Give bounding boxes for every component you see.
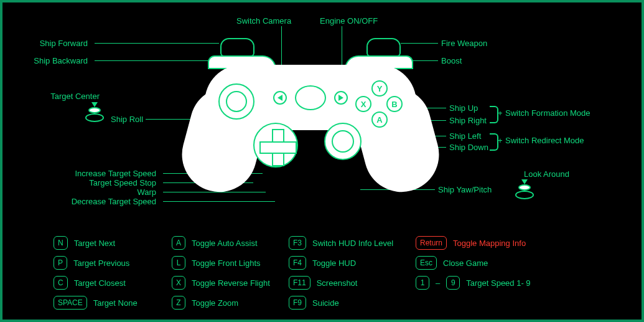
a-button: A bbox=[371, 111, 388, 128]
y-button: Y bbox=[371, 80, 388, 97]
key-l: L bbox=[172, 256, 185, 270]
label-engine-onoff: Engine ON/OFF bbox=[320, 16, 378, 26]
label-target-speed-stop: Target Speed Stop bbox=[89, 178, 156, 187]
key-row-target-next: NTarget Next bbox=[54, 233, 184, 253]
label-switch-camera: Switch Camera bbox=[236, 16, 291, 26]
key-label: Target Closest bbox=[74, 278, 126, 288]
brace-redirect bbox=[490, 133, 498, 151]
key-row-screenshot: F11Screenshot bbox=[289, 273, 419, 293]
dpad bbox=[253, 123, 298, 168]
start-icon bbox=[338, 95, 343, 101]
key-label: Target Next bbox=[74, 239, 115, 248]
key-row-target-speed-range: 1 – 9 Target Speed 1- 9 bbox=[416, 273, 546, 293]
label-warp: Warp bbox=[137, 187, 156, 197]
mini-stick-right-icon bbox=[514, 181, 535, 199]
key-row-close-game: EscClose Game bbox=[416, 253, 546, 273]
key-c: C bbox=[54, 276, 68, 290]
key-row-target-closest: CTarget Closest bbox=[54, 273, 184, 293]
controls-diagram: Switch Camera Engine ON/OFF Ship Forward… bbox=[0, 0, 644, 322]
left-stick bbox=[218, 83, 254, 120]
key-label: Toggle Zoom bbox=[192, 298, 238, 308]
controller-outline: Y B X A bbox=[186, 49, 435, 196]
key-label: Suicide bbox=[312, 298, 339, 308]
label-ship-left: Ship Left bbox=[449, 131, 481, 141]
key-label: Toggle Reverse Flight bbox=[192, 278, 270, 288]
label-fire-weapon: Fire Weapon bbox=[441, 39, 487, 48]
key-p: P bbox=[54, 256, 67, 270]
key-label: Screenshot bbox=[317, 278, 358, 288]
label-ship-roll: Ship Roll bbox=[111, 115, 143, 124]
key-f4: F4 bbox=[289, 256, 306, 270]
key-n: N bbox=[54, 236, 68, 250]
key-row-toggle-hud: F4Toggle HUD bbox=[289, 253, 419, 273]
key-9: 9 bbox=[446, 276, 460, 290]
key-esc: Esc bbox=[416, 256, 437, 270]
key-label: Toggle Front Lights bbox=[192, 258, 261, 268]
key-row-auto-assist: AToggle Auto Assist bbox=[172, 233, 302, 253]
key-z: Z bbox=[172, 296, 185, 310]
key-label: Target Speed 1- 9 bbox=[466, 278, 530, 288]
key-row-target-none: SPACETarget None bbox=[54, 293, 184, 313]
label-ship-yaw-pitch: Ship Yaw/Pitch bbox=[438, 185, 492, 194]
label-decrease-target-speed: Decrease Target Speed bbox=[72, 197, 156, 206]
label-ship-backward: Ship Backward bbox=[34, 56, 88, 65]
key-row-reverse-flight: XToggle Reverse Flight bbox=[172, 273, 302, 293]
key-label: Target None bbox=[93, 298, 138, 308]
key-a: A bbox=[172, 236, 185, 250]
plus-2: + bbox=[498, 136, 503, 145]
key-row-target-previous: PTarget Previous bbox=[54, 253, 184, 273]
right-trigger bbox=[366, 38, 401, 57]
left-trigger bbox=[220, 38, 254, 57]
key-1: 1 bbox=[416, 276, 429, 290]
label-ship-right: Ship Right bbox=[449, 116, 487, 125]
key-label: Toggle HUD bbox=[312, 258, 356, 268]
key-return: Return bbox=[416, 236, 447, 250]
back-icon bbox=[278, 95, 282, 101]
key-f9: F9 bbox=[289, 296, 306, 310]
label-ship-forward: Ship Forward bbox=[40, 39, 88, 48]
key-label: Toggle Auto Assist bbox=[192, 239, 258, 248]
label-look-around: Look Around bbox=[524, 169, 569, 179]
guide-button bbox=[295, 85, 326, 110]
label-switch-formation: Switch Formation Mode bbox=[505, 108, 590, 118]
key-row-suicide: F9Suicide bbox=[289, 293, 419, 313]
brace-formation bbox=[490, 106, 498, 123]
mini-stick-left-icon bbox=[84, 103, 105, 122]
key-row-front-lights: LToggle Front Lights bbox=[172, 253, 302, 273]
range-dash-icon: – bbox=[436, 278, 440, 288]
key-label: Close Game bbox=[443, 258, 488, 268]
label-boost: Boost bbox=[441, 56, 462, 65]
key-label: Target Previous bbox=[73, 258, 129, 268]
key-f11: F11 bbox=[289, 276, 310, 290]
key-f3: F3 bbox=[289, 236, 306, 250]
start-button bbox=[334, 91, 348, 105]
key-row-hud-info: F3Switch HUD Info Level bbox=[289, 233, 419, 253]
key-row-zoom: ZToggle Zoom bbox=[172, 293, 302, 313]
key-label: Toggle Mapping Info bbox=[453, 239, 526, 248]
label-increase-target-speed: Increase Target Speed bbox=[75, 169, 156, 178]
key-space: SPACE bbox=[54, 296, 87, 310]
key-row-mapping-info: ReturnToggle Mapping Info bbox=[416, 233, 546, 253]
back-button bbox=[273, 91, 287, 105]
b-button: B bbox=[386, 96, 403, 112]
key-label: Switch HUD Info Level bbox=[312, 239, 393, 248]
x-button: X bbox=[355, 96, 371, 112]
label-ship-down: Ship Down bbox=[449, 143, 488, 152]
label-target-center: Target Center bbox=[50, 92, 100, 101]
label-switch-redirect: Switch Redirect Mode bbox=[505, 136, 584, 145]
key-x: X bbox=[172, 276, 185, 290]
plus-1: + bbox=[498, 108, 503, 118]
right-stick bbox=[324, 123, 362, 160]
label-ship-up: Ship Up bbox=[449, 103, 478, 113]
keyboard-bindings: NTarget Next PTarget Previous CTarget Cl… bbox=[54, 233, 601, 320]
